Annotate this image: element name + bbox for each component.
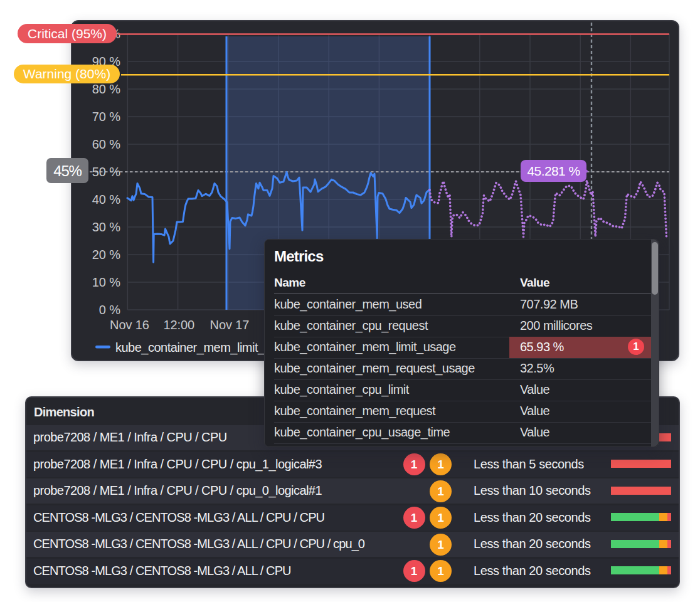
- svg-text:80 %: 80 %: [92, 82, 121, 96]
- svg-text:Nov 16: Nov 16: [110, 318, 149, 332]
- svg-text:Nov 17: Nov 17: [210, 318, 250, 332]
- svg-text:60 %: 60 %: [92, 137, 121, 151]
- svg-text:12:00: 12:00: [164, 318, 195, 332]
- svg-text:30 %: 30 %: [92, 220, 121, 234]
- svg-text:10 %: 10 %: [92, 275, 121, 289]
- svg-text:50 %: 50 %: [92, 165, 121, 179]
- svg-text:0 %: 0 %: [99, 303, 120, 317]
- svg-text:70 %: 70 %: [92, 110, 121, 124]
- svg-text:40 %: 40 %: [92, 193, 121, 206]
- svg-text:20 %: 20 %: [92, 248, 121, 261]
